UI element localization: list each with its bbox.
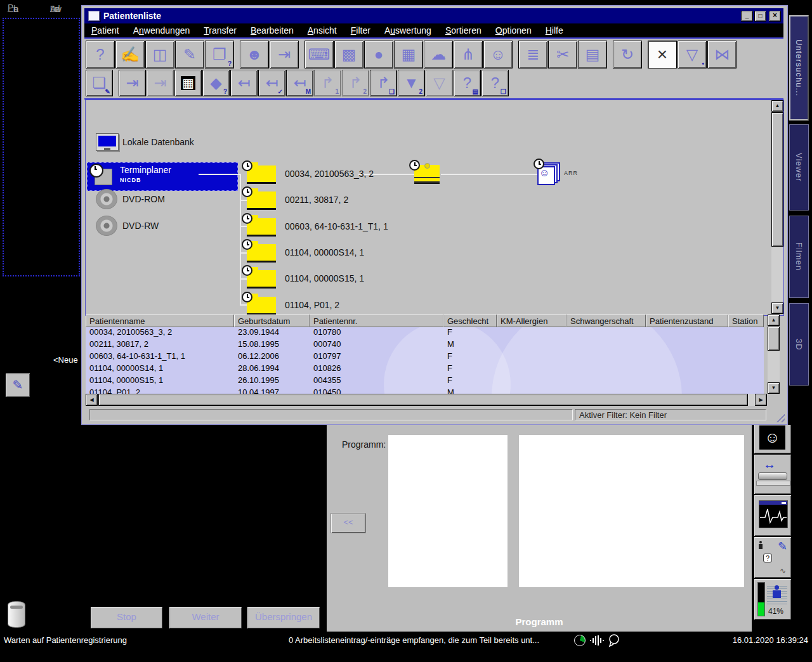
package-query-button[interactable]: ◆? <box>202 70 230 96</box>
head-mirror-button[interactable]: ☻ <box>240 41 269 68</box>
sort-descend-2-button[interactable]: ▼2 <box>398 70 425 96</box>
scroll-down-button[interactable]: ▼ <box>768 382 780 394</box>
scroll-thumb[interactable] <box>98 394 748 406</box>
menu-optionen[interactable]: Optionen <box>488 25 539 36</box>
menu-transfer[interactable]: Transfer <box>197 25 244 36</box>
patient-register-button[interactable]: ✍ <box>115 41 145 68</box>
tree-scrollbar[interactable]: ▲ ▼ <box>771 100 783 314</box>
table-row[interactable]: 01104, 00000S15, 126.10.1995004355F <box>86 375 764 387</box>
column-geburtsdatum[interactable]: Geburtsdatum <box>234 315 310 327</box>
menu-hilfe[interactable]: Hilfe <box>539 25 570 36</box>
titlebar[interactable]: Patientenliste _ □ × <box>84 8 783 23</box>
resize-grip[interactable] <box>775 412 785 422</box>
grid-button[interactable]: ▦ <box>174 70 202 96</box>
table-row[interactable]: 00211, 30817, 215.08.1995000740M <box>86 339 764 351</box>
program-list-right[interactable] <box>519 435 744 587</box>
table-row[interactable]: 00034, 20100563_3, 223.09.1944010780F <box>86 327 764 339</box>
tree-node-lokale-datenbank[interactable]: Lokale Datenbank <box>122 137 194 147</box>
collapse-button[interactable]: << <box>331 513 366 533</box>
dissolve-button[interactable]: ▩ <box>334 41 363 68</box>
ecg-monitor-button[interactable] <box>754 495 792 536</box>
tree-structure-button[interactable]: ≣ <box>518 41 547 68</box>
tab-viewer[interactable]: Viewer <box>789 124 809 211</box>
menu-sortieren[interactable]: Sortieren <box>438 25 488 36</box>
column-km-allergien[interactable]: KM-Allergien <box>497 315 566 327</box>
tab-filmen[interactable]: Filmen <box>789 216 809 298</box>
refresh-button[interactable]: ↻ <box>613 41 642 68</box>
folder-item-2[interactable]: 00211, 30817, 2 <box>285 195 348 205</box>
menu-anwendungen[interactable]: Anwendungen <box>126 25 197 36</box>
folder-query-button[interactable]: ❐? <box>205 41 234 68</box>
workflow-button[interactable]: ▦ <box>394 41 423 68</box>
scroll-right-button[interactable]: ▶ <box>755 394 767 406</box>
patient-edit-button[interactable]: ✎ <box>175 41 204 68</box>
column-geschlecht[interactable]: Geschlecht <box>443 315 497 327</box>
cut-button[interactable]: ✂ <box>548 41 577 68</box>
table-row[interactable]: 00603, 64-10-631-1_T1, 106.12.2006010797… <box>86 351 764 363</box>
forward-1-button[interactable]: ↱1 <box>314 70 341 96</box>
menu-auswertung[interactable]: Auswertung <box>377 25 438 36</box>
scroll-thumb[interactable] <box>768 327 780 351</box>
menu-patient[interactable]: Patient <box>84 25 126 36</box>
menu-filter[interactable]: Filter <box>344 25 377 36</box>
menu-ansicht[interactable]: Ansicht <box>301 25 344 36</box>
table-row[interactable]: 01104, 00000S14, 128.06.1994010826F <box>86 363 764 375</box>
patient-reposition-button[interactable]: ↔ <box>754 454 792 495</box>
weiter-button[interactable]: Weiter <box>169 606 242 629</box>
link-button[interactable]: ⋈ <box>707 41 737 68</box>
folder-item-3[interactable]: 00603, 64-10-631-1_T1, 1 <box>285 221 388 231</box>
scroll-up-button[interactable]: ▲ <box>771 100 783 112</box>
scroll-left-button[interactable]: ◀ <box>86 394 98 406</box>
export-button[interactable]: ⇥ <box>270 41 299 68</box>
menu-bearbeiten[interactable]: Bearbeiten <box>244 25 301 36</box>
head-profile-button[interactable]: ☺ <box>483 41 513 68</box>
patient-merge-button[interactable]: ◫ <box>145 41 174 68</box>
ueberspringen-button[interactable]: Überspringen <box>247 606 320 629</box>
tab-3d[interactable]: 3D <box>789 303 809 386</box>
column-station[interactable]: Station <box>728 315 764 327</box>
import-worklist-alt-button[interactable]: ⇥ <box>147 70 174 96</box>
volume-blob-button[interactable]: ☁ <box>424 41 453 68</box>
folder-item-5[interactable]: 01104, 00000S15, 1 <box>285 273 364 283</box>
patient-query-button[interactable]: ✎ ? ∿ <box>754 536 792 578</box>
column-patientennr[interactable]: Patientennr. <box>310 315 443 327</box>
forward-corner-button[interactable]: ↱❏ <box>370 70 397 96</box>
capacity-button[interactable]: 41% <box>754 578 792 620</box>
folder-item-6[interactable]: 01104, P01, 2 <box>285 300 339 310</box>
table-scrollbar[interactable]: ▲ ▼ <box>768 315 780 394</box>
minimize-button[interactable]: _ <box>741 11 753 22</box>
forward-2-button[interactable]: ↱2 <box>342 70 369 96</box>
edit-pencil-button[interactable]: ✎ <box>5 373 30 398</box>
filter-funnel-button[interactable]: ▽• <box>678 41 707 68</box>
funnel-light-button[interactable]: ▽ <box>426 70 453 96</box>
worklist-x-button[interactable]: × <box>648 41 677 68</box>
projector-query-button[interactable]: ?▤ <box>454 70 481 96</box>
table-hscrollbar[interactable]: ◀ ▶ <box>86 394 767 406</box>
column-schwangerschaft[interactable]: Schwangerschaft <box>566 315 646 327</box>
maximize-button[interactable]: □ <box>754 11 766 22</box>
folder-item-4[interactable]: 01104, 00000S14, 1 <box>285 247 364 257</box>
branch-button[interactable]: ⋔ <box>454 41 483 68</box>
head-outline-button[interactable]: ☺ <box>754 422 792 454</box>
stop-button[interactable]: Stop <box>90 606 163 629</box>
scroll-thumb[interactable] <box>771 112 783 247</box>
folder-item-1[interactable]: 00034, 20100563_3, 2 <box>285 169 374 179</box>
circle-roi-button[interactable]: ● <box>364 41 393 68</box>
tab-untersuchung[interactable]: Untersuchu... <box>789 15 809 120</box>
move-left-button[interactable]: ↤ <box>230 70 258 96</box>
background-menu-patient[interactable]: Patient <box>8 3 13 13</box>
move-left-m-button[interactable]: ↤M <box>286 70 313 96</box>
scroll-down-button[interactable]: ▼ <box>771 302 783 314</box>
register-query-button[interactable]: ? <box>86 41 115 68</box>
close-button[interactable]: × <box>769 11 781 22</box>
windows-query-button[interactable]: ?❐ <box>481 70 509 96</box>
move-left-check-button[interactable]: ↤✓ <box>258 70 285 96</box>
shredder-button[interactable]: ▤ <box>578 41 607 68</box>
column-patientenname[interactable]: Patientenname <box>86 315 234 327</box>
column-patientenzustand[interactable]: Patientenzustand <box>646 315 728 327</box>
keyboard-patient-button[interactable]: ⌨ <box>304 41 334 68</box>
scroll-up-button[interactable]: ▲ <box>768 315 780 326</box>
tree-node-dvd-rom[interactable]: DVD-ROM <box>122 194 165 204</box>
note-edit-button[interactable]: ❏✎ <box>86 70 113 96</box>
program-list-left[interactable] <box>388 435 508 587</box>
